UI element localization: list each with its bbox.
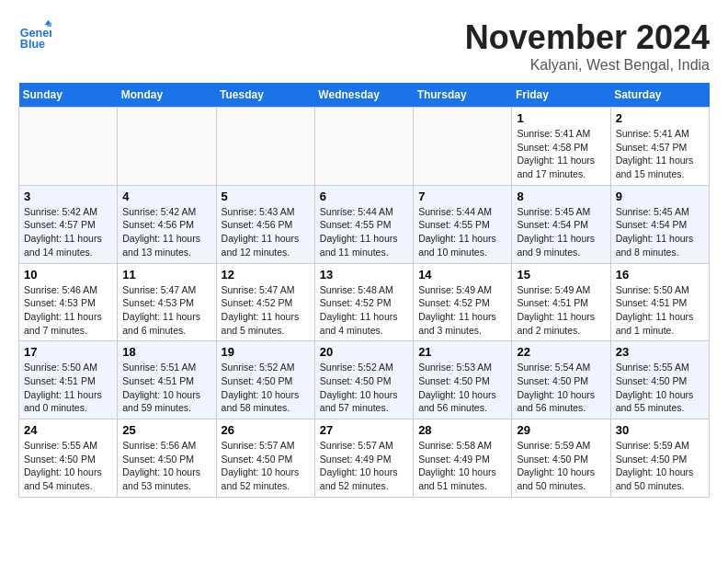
day-info: Sunrise: 5:59 AM Sunset: 4:50 PM Dayligh… — [616, 439, 704, 493]
calendar-cell: 20Sunrise: 5:52 AM Sunset: 4:50 PM Dayli… — [314, 341, 413, 419]
day-number: 4 — [122, 190, 210, 203]
calendar-cell: 1Sunrise: 5:41 AM Sunset: 4:58 PM Daylig… — [512, 108, 610, 186]
day-info: Sunrise: 5:47 AM Sunset: 4:52 PM Dayligh… — [222, 283, 310, 338]
calendar-cell — [118, 108, 216, 186]
calendar-cell: 22Sunrise: 5:54 AM Sunset: 4:50 PM Dayli… — [512, 341, 610, 419]
day-info: Sunrise: 5:49 AM Sunset: 4:52 PM Dayligh… — [418, 283, 506, 338]
day-number: 19 — [222, 345, 310, 359]
calendar-cell: 23Sunrise: 5:55 AM Sunset: 4:50 PM Dayli… — [610, 341, 709, 419]
day-info: Sunrise: 5:42 AM Sunset: 4:57 PM Dayligh… — [24, 205, 112, 259]
day-info: Sunrise: 5:54 AM Sunset: 4:50 PM Dayligh… — [517, 361, 605, 415]
calendar-cell: 26Sunrise: 5:57 AM Sunset: 4:50 PM Dayli… — [216, 419, 314, 498]
page-header: General Blue November 2024 Kalyani, West… — [18, 18, 710, 74]
calendar-cell: 19Sunrise: 5:52 AM Sunset: 4:50 PM Dayli… — [216, 341, 314, 419]
calendar-cell: 16Sunrise: 5:50 AM Sunset: 4:51 PM Dayli… — [610, 263, 709, 341]
calendar-cell — [414, 108, 512, 186]
day-info: Sunrise: 5:48 AM Sunset: 4:52 PM Dayligh… — [320, 283, 408, 338]
svg-text:Blue: Blue — [20, 38, 45, 51]
calendar-cell: 9Sunrise: 5:45 AM Sunset: 4:54 PM Daylig… — [610, 185, 709, 263]
day-info: Sunrise: 5:55 AM Sunset: 4:50 PM Dayligh… — [24, 439, 112, 493]
day-number: 20 — [320, 345, 408, 359]
weekday-header-wednesday: Wednesday — [314, 83, 413, 108]
day-number: 17 — [24, 345, 112, 359]
day-info: Sunrise: 5:56 AM Sunset: 4:50 PM Dayligh… — [122, 439, 210, 493]
week-row-2: 3Sunrise: 5:42 AM Sunset: 4:57 PM Daylig… — [19, 185, 710, 263]
month-title: November 2024 — [465, 18, 710, 57]
day-number: 1 — [517, 111, 605, 125]
day-info: Sunrise: 5:57 AM Sunset: 4:50 PM Dayligh… — [222, 439, 310, 493]
calendar-cell: 25Sunrise: 5:56 AM Sunset: 4:50 PM Dayli… — [118, 419, 216, 498]
title-block: November 2024 Kalyani, West Bengal, Indi… — [465, 18, 710, 74]
calendar-cell: 28Sunrise: 5:58 AM Sunset: 4:49 PM Dayli… — [414, 419, 512, 498]
day-number: 25 — [122, 423, 210, 437]
calendar-cell: 7Sunrise: 5:44 AM Sunset: 4:55 PM Daylig… — [414, 185, 512, 263]
logo: General Blue — [18, 18, 51, 52]
calendar-cell: 30Sunrise: 5:59 AM Sunset: 4:50 PM Dayli… — [610, 419, 709, 498]
week-row-3: 10Sunrise: 5:46 AM Sunset: 4:53 PM Dayli… — [19, 263, 710, 341]
calendar-cell: 27Sunrise: 5:57 AM Sunset: 4:49 PM Dayli… — [314, 419, 413, 498]
day-info: Sunrise: 5:42 AM Sunset: 4:56 PM Dayligh… — [122, 205, 210, 259]
location-subtitle: Kalyani, West Bengal, India — [465, 57, 710, 74]
day-number: 6 — [320, 190, 408, 203]
calendar-cell: 12Sunrise: 5:47 AM Sunset: 4:52 PM Dayli… — [216, 263, 314, 341]
day-number: 16 — [616, 268, 704, 282]
calendar-cell: 5Sunrise: 5:43 AM Sunset: 4:56 PM Daylig… — [216, 185, 314, 263]
day-info: Sunrise: 5:50 AM Sunset: 4:51 PM Dayligh… — [616, 283, 704, 338]
weekday-header-sunday: Sunday — [19, 83, 118, 108]
day-info: Sunrise: 5:46 AM Sunset: 4:53 PM Dayligh… — [24, 283, 112, 338]
day-number: 27 — [320, 423, 408, 437]
day-info: Sunrise: 5:50 AM Sunset: 4:51 PM Dayligh… — [24, 361, 112, 415]
day-info: Sunrise: 5:57 AM Sunset: 4:49 PM Dayligh… — [320, 439, 408, 493]
day-number: 26 — [222, 423, 310, 437]
day-number: 5 — [222, 190, 310, 203]
calendar-cell: 17Sunrise: 5:50 AM Sunset: 4:51 PM Dayli… — [19, 341, 118, 419]
day-number: 18 — [122, 345, 210, 359]
day-number: 13 — [320, 268, 408, 282]
calendar-cell: 29Sunrise: 5:59 AM Sunset: 4:50 PM Dayli… — [512, 419, 610, 498]
day-number: 10 — [24, 268, 112, 282]
day-info: Sunrise: 5:52 AM Sunset: 4:50 PM Dayligh… — [320, 361, 408, 415]
day-info: Sunrise: 5:53 AM Sunset: 4:50 PM Dayligh… — [418, 361, 506, 415]
day-number: 12 — [222, 268, 310, 282]
day-info: Sunrise: 5:55 AM Sunset: 4:50 PM Dayligh… — [616, 361, 704, 415]
calendar-cell: 15Sunrise: 5:49 AM Sunset: 4:51 PM Dayli… — [512, 263, 610, 341]
day-number: 7 — [418, 190, 506, 203]
day-info: Sunrise: 5:58 AM Sunset: 4:49 PM Dayligh… — [418, 439, 506, 493]
day-info: Sunrise: 5:44 AM Sunset: 4:55 PM Dayligh… — [320, 205, 408, 259]
day-info: Sunrise: 5:41 AM Sunset: 4:57 PM Dayligh… — [616, 127, 704, 181]
day-info: Sunrise: 5:45 AM Sunset: 4:54 PM Dayligh… — [517, 205, 605, 259]
calendar-cell: 18Sunrise: 5:51 AM Sunset: 4:51 PM Dayli… — [118, 341, 216, 419]
calendar-table: SundayMondayTuesdayWednesdayThursdayFrid… — [18, 83, 710, 498]
calendar-cell: 6Sunrise: 5:44 AM Sunset: 4:55 PM Daylig… — [314, 185, 413, 263]
calendar-cell: 4Sunrise: 5:42 AM Sunset: 4:56 PM Daylig… — [118, 185, 216, 263]
day-number: 2 — [616, 111, 704, 125]
calendar-cell: 10Sunrise: 5:46 AM Sunset: 4:53 PM Dayli… — [19, 263, 118, 341]
calendar-cell: 21Sunrise: 5:53 AM Sunset: 4:50 PM Dayli… — [414, 341, 512, 419]
calendar-cell — [216, 108, 314, 186]
calendar-cell: 14Sunrise: 5:49 AM Sunset: 4:52 PM Dayli… — [414, 263, 512, 341]
day-info: Sunrise: 5:45 AM Sunset: 4:54 PM Dayligh… — [616, 205, 704, 259]
day-info: Sunrise: 5:59 AM Sunset: 4:50 PM Dayligh… — [517, 439, 605, 493]
day-number: 8 — [517, 190, 605, 203]
day-number: 22 — [517, 345, 605, 359]
day-info: Sunrise: 5:44 AM Sunset: 4:55 PM Dayligh… — [418, 205, 506, 259]
week-row-5: 24Sunrise: 5:55 AM Sunset: 4:50 PM Dayli… — [19, 419, 710, 498]
day-info: Sunrise: 5:51 AM Sunset: 4:51 PM Dayligh… — [122, 361, 210, 415]
day-number: 14 — [418, 268, 506, 282]
logo-icon: General Blue — [18, 18, 51, 52]
day-info: Sunrise: 5:47 AM Sunset: 4:53 PM Dayligh… — [122, 283, 210, 338]
weekday-header-saturday: Saturday — [610, 83, 709, 108]
day-info: Sunrise: 5:49 AM Sunset: 4:51 PM Dayligh… — [517, 283, 605, 338]
calendar-cell: 8Sunrise: 5:45 AM Sunset: 4:54 PM Daylig… — [512, 185, 610, 263]
week-row-4: 17Sunrise: 5:50 AM Sunset: 4:51 PM Dayli… — [19, 341, 710, 419]
week-row-1: 1Sunrise: 5:41 AM Sunset: 4:58 PM Daylig… — [19, 108, 710, 186]
day-number: 3 — [24, 190, 112, 203]
day-info: Sunrise: 5:52 AM Sunset: 4:50 PM Dayligh… — [222, 361, 310, 415]
calendar-cell: 24Sunrise: 5:55 AM Sunset: 4:50 PM Dayli… — [19, 419, 118, 498]
weekday-header-thursday: Thursday — [414, 83, 512, 108]
weekday-header-friday: Friday — [512, 83, 610, 108]
day-number: 30 — [616, 423, 704, 437]
day-number: 29 — [517, 423, 605, 437]
calendar-cell — [314, 108, 413, 186]
day-number: 21 — [418, 345, 506, 359]
